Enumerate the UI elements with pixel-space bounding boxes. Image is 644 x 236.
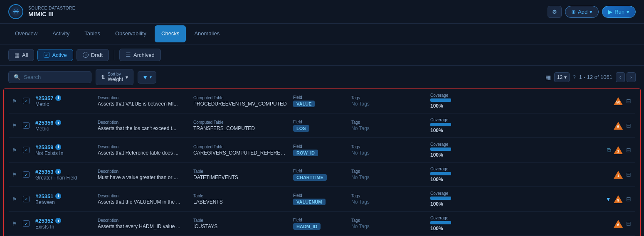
filter-chevron-icon: ▾ bbox=[150, 75, 152, 79]
check-field-col: Field VALUENUM bbox=[293, 193, 347, 205]
delete-icon[interactable]: ⊟ bbox=[625, 97, 632, 105]
filter-active-button[interactable]: ✓ Active bbox=[37, 49, 73, 61]
description-text: Asserts that the los can't exceed t... bbox=[98, 125, 185, 131]
check-table-col: Table ICUSTAYS bbox=[193, 218, 289, 229]
row-checkbox[interactable]: ✓ bbox=[23, 147, 30, 153]
filter-draft-button[interactable]: ○ Draft bbox=[76, 49, 109, 61]
coverage-bar bbox=[430, 221, 451, 224]
add-chevron-icon: ▾ bbox=[590, 9, 592, 15]
field-label: Field bbox=[293, 144, 347, 149]
table-name: LABEVENTS bbox=[193, 199, 289, 205]
sort-button[interactable]: ⇅ Sort by Weight ▾ bbox=[96, 69, 133, 85]
info-icon[interactable]: i bbox=[55, 120, 61, 125]
check-type: Greater Than Field bbox=[35, 175, 94, 181]
alert-badge[interactable]: 5 bbox=[614, 122, 623, 130]
tab-overview[interactable]: Overview bbox=[8, 25, 44, 42]
table-name: ICUSTAYS bbox=[193, 224, 289, 229]
bookmark-icon[interactable]: ⚑ bbox=[12, 147, 19, 153]
search-box[interactable]: 🔍 bbox=[8, 71, 91, 83]
coverage-pct: 100% bbox=[430, 152, 480, 158]
info-icon[interactable]: i bbox=[55, 169, 61, 175]
table-row: ⚑✓ #25357 i Metric Description Asserts t… bbox=[9, 89, 635, 113]
bookmark-icon[interactable]: ⚑ bbox=[12, 172, 19, 178]
check-type: Between bbox=[35, 199, 94, 205]
tab-observability[interactable]: Observability bbox=[109, 25, 153, 42]
filter-all-button[interactable]: ▦ All bbox=[8, 49, 34, 61]
check-coverage-col: Coverage 100% bbox=[430, 216, 480, 231]
alert-badge[interactable]: 58 bbox=[614, 97, 623, 105]
tab-anomalies[interactable]: Anomalies bbox=[188, 25, 226, 42]
row-checkbox[interactable]: ✓ bbox=[23, 171, 30, 178]
check-description-col: Description Asserts that VALUE is betwee… bbox=[98, 96, 189, 107]
check-coverage-col: Coverage 100% bbox=[430, 142, 480, 158]
table-name: TRANSFERS_COMPUTED bbox=[193, 125, 289, 131]
table-row: ⚑✓ #25359 i Not Exists In Description As… bbox=[9, 138, 635, 162]
bookmark-icon[interactable]: ⚑ bbox=[12, 123, 19, 129]
table-row: ⚑✓ #25353 i Greater Than Field Descripti… bbox=[9, 162, 635, 187]
draft-filter-label: Draft bbox=[91, 52, 103, 58]
sort-value: Weight bbox=[108, 76, 123, 82]
delete-icon[interactable]: ⊟ bbox=[625, 121, 632, 130]
prev-page-button[interactable]: ‹ bbox=[616, 72, 625, 82]
description-text: Asserts that Reference table does ... bbox=[98, 150, 185, 156]
check-actions-col: ⧉ 1 ⊟ bbox=[484, 146, 632, 154]
tags-label: Tags bbox=[351, 218, 426, 223]
info-icon[interactable]: i bbox=[55, 95, 61, 101]
tab-tables[interactable]: Tables bbox=[78, 25, 107, 42]
filter-funnel-icon[interactable]: ▼ bbox=[605, 196, 611, 202]
delete-icon[interactable]: ⊟ bbox=[625, 195, 632, 203]
info-icon[interactable]: i bbox=[55, 144, 61, 150]
sort-icon: ⇅ bbox=[101, 74, 105, 80]
alert-badge[interactable]: 9 bbox=[614, 195, 623, 203]
delete-icon[interactable]: ⊟ bbox=[625, 146, 632, 154]
next-page-button[interactable]: › bbox=[627, 72, 636, 82]
coverage-label: Coverage bbox=[430, 93, 480, 98]
row-checkbox[interactable]: ✓ bbox=[23, 98, 30, 104]
delete-icon[interactable]: ⊟ bbox=[625, 219, 632, 228]
field-tag: VALUE bbox=[293, 101, 315, 107]
bookmark-icon[interactable]: ⚑ bbox=[12, 196, 19, 202]
alert-badge[interactable]: 1 bbox=[614, 146, 623, 154]
bookmark-icon[interactable]: ⚑ bbox=[12, 221, 19, 227]
check-actions-col: 1 ⊟ bbox=[484, 170, 632, 179]
table-name: PROCEDUREEVENTS_MV_COMPUTED bbox=[193, 101, 289, 107]
alert-badge[interactable]: 1 bbox=[614, 171, 623, 179]
settings-button[interactable]: ⚙ bbox=[548, 6, 562, 18]
alert-count: 1 bbox=[617, 174, 619, 178]
check-actions-col: ▼ 9 ⊟ bbox=[484, 195, 632, 203]
table-col-label: Table bbox=[193, 218, 289, 223]
coverage-pct: 100% bbox=[430, 201, 480, 207]
grid-view-icon[interactable]: ▦ bbox=[545, 74, 551, 81]
row-checkbox[interactable]: ✓ bbox=[23, 220, 30, 227]
search-input[interactable] bbox=[24, 74, 86, 80]
page-size-select[interactable]: 12 ▾ bbox=[554, 72, 570, 82]
alert-badge[interactable]: 6 bbox=[614, 220, 623, 228]
coverage-bar bbox=[430, 172, 451, 175]
app-header: ✳ Source Datastore MIMIC III ⚙ ⊕ Add ▾ ▶… bbox=[0, 0, 644, 24]
delete-icon[interactable]: ⊟ bbox=[625, 170, 632, 179]
sort-by-label: Sort by bbox=[108, 72, 121, 76]
advanced-filter-button[interactable]: ▼ ▾ bbox=[138, 71, 156, 84]
table-name: DATETIMEEVENTS bbox=[193, 175, 289, 180]
active-filter-label: Active bbox=[52, 52, 67, 58]
row-checkbox[interactable]: ✓ bbox=[23, 122, 30, 129]
filter-archived-button[interactable]: ☰ Archived bbox=[119, 49, 161, 61]
bookmark-icon[interactable]: ⚑ bbox=[12, 98, 19, 104]
info-icon[interactable]: i bbox=[55, 218, 61, 224]
run-chevron-icon: ▾ bbox=[627, 9, 629, 15]
alert-count: 58 bbox=[616, 100, 620, 104]
header-name: MIMIC III bbox=[28, 10, 75, 17]
toolbar-left: 🔍 ⇅ Sort by Weight ▾ ▼ ▾ bbox=[8, 69, 156, 85]
add-label: Add bbox=[578, 9, 587, 15]
tab-checks[interactable]: Checks bbox=[155, 25, 186, 42]
tab-activity[interactable]: Activity bbox=[46, 25, 76, 42]
info-icon[interactable]: i bbox=[55, 193, 61, 199]
tags-label: Tags bbox=[351, 120, 426, 125]
check-tags-col: Tags No Tags bbox=[351, 169, 426, 180]
coverage-bar bbox=[430, 148, 451, 151]
archive-icon: ☰ bbox=[126, 52, 131, 58]
run-button[interactable]: ▶ Run ▾ bbox=[602, 6, 636, 18]
copy-icon[interactable]: ⧉ bbox=[607, 147, 611, 154]
row-checkbox[interactable]: ✓ bbox=[23, 196, 30, 202]
add-button[interactable]: ⊕ Add ▾ bbox=[565, 6, 599, 18]
